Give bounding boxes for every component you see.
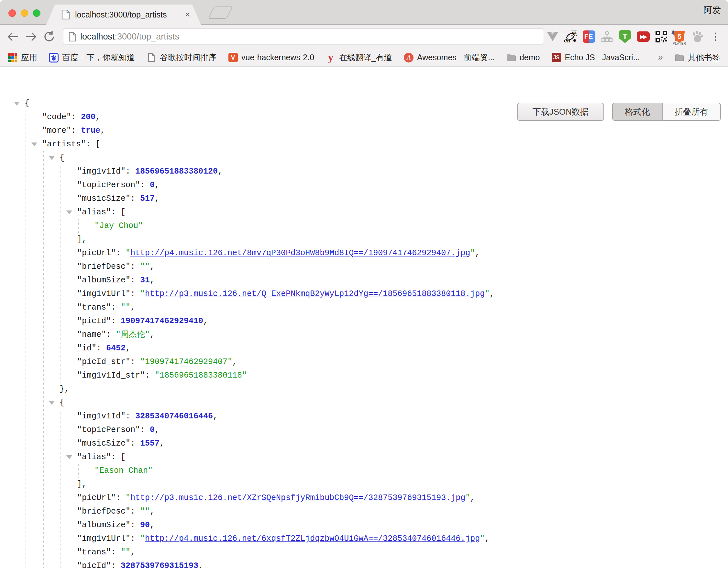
json-key: "img1v1Id": [77, 167, 135, 176]
quote: " [126, 248, 130, 258]
comma: , [100, 126, 105, 135]
json-string-value: "" [121, 548, 130, 557]
collapse-triangle-icon[interactable] [49, 156, 55, 160]
profile-name[interactable]: 阿发 [703, 4, 721, 16]
new-tab-button[interactable] [208, 6, 233, 19]
bookmark-youdao-translate[interactable]: y 在线翻译_有道 [326, 52, 392, 63]
comma: , [155, 180, 160, 190]
json-line: "img1v1Id": 18569651883380120, [77, 165, 728, 178]
json-key: "topicPerson": [77, 180, 150, 190]
json-key: "id": [77, 344, 106, 353]
json-line: "topicPerson": 0, [77, 178, 728, 192]
json-key: "musicSize": [77, 439, 140, 448]
tab-strip: localhost:3000/top_artists × 阿发 [0, 0, 728, 25]
json-children: "img1v1Id": 3285340746016446,"topicPerso… [61, 410, 728, 568]
comma: , [213, 412, 218, 421]
json-line: "albumSize": 90, [77, 518, 728, 532]
json-line: "picId": 3287539769315193, [77, 559, 728, 568]
json-line: { [60, 396, 728, 410]
comma: , [150, 262, 155, 271]
video-speed-extension-icon[interactable]: ▶▶ [636, 30, 650, 43]
json-children: "Eason Chan" [78, 464, 728, 478]
sitemap-extension-icon[interactable] [600, 30, 613, 43]
apps-grid-dot [8, 56, 11, 59]
bookmark-vue-hackernews[interactable]: V vue-hackernews-2.0 [228, 53, 314, 62]
bookmark-other-bookmarks[interactable]: 其他书签 [675, 52, 720, 63]
html5-player-extension-icon[interactable]: 5 PLAYER [673, 30, 686, 43]
json-line: { [60, 151, 728, 165]
minimize-window-button[interactable] [21, 9, 28, 17]
forward-button[interactable] [24, 29, 38, 44]
translate-extension-icon[interactable]: 英 en [564, 30, 577, 43]
bookmark-apps[interactable]: 应用 [8, 52, 37, 63]
collapse-triangle-icon[interactable] [66, 455, 72, 459]
echojs-icon: JS [552, 53, 561, 62]
json-line: "artists": [ [42, 138, 728, 151]
json-key: "img1v1Id_str": [77, 371, 155, 380]
json-line: { [25, 97, 728, 110]
bookmark-folder-demo[interactable]: demo [506, 53, 540, 62]
bookmark-baidu[interactable]: 百度一下，你就知道 [49, 52, 135, 63]
paw-extension-icon[interactable] [691, 30, 704, 43]
comma: , [490, 289, 494, 299]
vue-devtools-icon[interactable] [546, 30, 559, 43]
json-key: "code": [42, 112, 81, 122]
bookmark-google-sort[interactable]: 谷歌按时间排序 [147, 52, 216, 63]
json-number-value: 19097417462929410 [121, 317, 203, 326]
quote: " [480, 534, 485, 543]
fehelper-extension-icon[interactable]: FE [582, 30, 595, 43]
url-path: :3000/top_artists [115, 32, 180, 41]
quote: " [470, 248, 475, 258]
json-url-link[interactable]: http://p3.music.126.net/Q_ExePNkmqB2yWyL… [145, 289, 485, 299]
json-boolean-value: true [81, 126, 100, 135]
qrcode-extension-icon[interactable] [655, 30, 668, 43]
reload-button[interactable] [42, 29, 56, 44]
json-line: "picUrl": "http://p4.music.126.net/8mv7q… [77, 246, 728, 260]
address-bar[interactable]: localhost:3000/top_artists [63, 28, 544, 45]
bookmarks-bar: 应用 百度一下，你就知道 谷歌按时间排序 V vue-hackernews-2.… [0, 49, 728, 67]
back-button[interactable] [6, 29, 20, 44]
json-children: {"img1v1Id": 18569651883380120,"topicPer… [43, 151, 728, 568]
json-number-value: 3285340746016446 [135, 412, 213, 421]
json-line: "musicSize": 517, [77, 192, 728, 206]
tampermonkey-extension-icon[interactable]: T [618, 30, 632, 43]
json-line: "picId": 19097417462929410, [77, 315, 728, 328]
json-url-link[interactable]: http://p4.music.126.net/8mv7qP30Pd3oHW8b… [130, 248, 470, 258]
collapse-triangle-icon[interactable] [49, 401, 55, 405]
tab-close-icon[interactable]: × [182, 9, 193, 20]
collapse-triangle-icon[interactable] [31, 142, 37, 146]
open-bracket: { [60, 153, 64, 162]
json-line: "briefDesc": "", [77, 505, 728, 518]
fullscreen-window-button[interactable] [33, 9, 40, 17]
json-key: "picUrl": [77, 248, 126, 258]
close-window-button[interactable] [8, 9, 16, 17]
json-line: "Eason Chan" [94, 464, 728, 478]
close-bracket: ], [77, 235, 87, 244]
json-url-link[interactable]: http://p3.music.126.net/XZrSQeNpsfjyRmib… [130, 493, 465, 503]
browser-menu-icon[interactable]: ⋮ [709, 30, 722, 43]
apps-grid-dot [15, 56, 17, 59]
bookmarks-overflow-chevron[interactable]: » [658, 52, 663, 62]
collapse-triangle-icon[interactable] [66, 210, 72, 214]
json-key: "artists": [42, 139, 95, 149]
url-text[interactable]: localhost:3000/top_artists [80, 32, 179, 42]
json-number-value: 517 [140, 194, 155, 203]
comma: , [150, 330, 155, 340]
json-string-value: "周杰伦" [116, 330, 150, 340]
collapse-triangle-icon[interactable] [14, 102, 20, 106]
browser-tab[interactable]: localhost:3000/top_artists × [46, 5, 201, 25]
json-url-link[interactable]: http://p4.music.126.net/6xqsfT2ZLjdqzbwO… [145, 534, 480, 543]
json-key: "picId": [77, 561, 121, 568]
comma: , [130, 548, 135, 557]
json-line: "img1v1Id_str": "18569651883380118" [77, 369, 728, 383]
comma: , [160, 439, 164, 448]
json-number-value: 31 [140, 275, 150, 285]
json-key: "picId_str": [77, 357, 140, 367]
apps-grid-dot [11, 60, 14, 62]
json-line: "img1v1Url": "http://p4.music.126.net/6x… [77, 532, 728, 546]
comma: , [155, 194, 160, 203]
apps-grid-dot [8, 53, 11, 56]
bookmark-echojs[interactable]: JS Echo JS - JavaScri... [551, 53, 640, 62]
comma: , [95, 112, 100, 122]
bookmark-awesomes[interactable]: A Awesomes - 前端资... [404, 52, 495, 63]
